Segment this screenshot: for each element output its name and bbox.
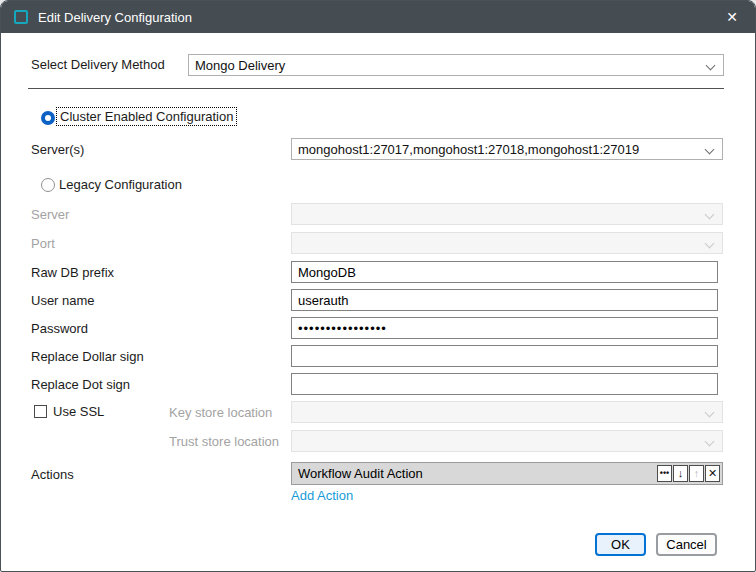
- cluster-enabled-label[interactable]: Cluster Enabled Configuration: [57, 109, 236, 125]
- chevron-down-icon: [705, 210, 715, 220]
- raw-db-prefix-input[interactable]: [291, 261, 718, 283]
- action-move-down-button[interactable]: ↓: [673, 465, 688, 482]
- action-item-name: Workflow Audit Action: [298, 466, 423, 481]
- port-label: Port: [31, 236, 55, 252]
- key-store-location-label: Key store location: [169, 405, 272, 421]
- action-delete-button[interactable]: ✕: [705, 465, 720, 482]
- add-action-link[interactable]: Add Action: [291, 488, 353, 503]
- action-edit-button[interactable]: •••: [657, 465, 672, 482]
- servers-dropdown[interactable]: mongohost1:27017,mongohost1:27018,mongoh…: [291, 138, 723, 160]
- user-name-label: User name: [31, 293, 95, 309]
- chevron-down-icon: [705, 239, 715, 249]
- password-input[interactable]: [291, 317, 718, 339]
- delivery-method-dropdown[interactable]: Mongo Delivery: [188, 54, 724, 76]
- cluster-enabled-radio[interactable]: [41, 111, 55, 125]
- delivery-method-label: Select Delivery Method: [31, 57, 165, 73]
- separator: [28, 88, 724, 89]
- legacy-configuration-label[interactable]: Legacy Configuration: [59, 177, 182, 193]
- actions-label: Actions: [31, 467, 74, 483]
- replace-dollar-sign-label: Replace Dollar sign: [31, 349, 144, 365]
- chevron-down-icon: [705, 408, 715, 418]
- chevron-down-icon: [705, 437, 715, 447]
- cluster-enabled-label-text: Cluster Enabled Configuration: [57, 108, 236, 125]
- chevron-down-icon: [706, 61, 716, 71]
- servers-label: Server(s): [31, 142, 84, 158]
- action-move-up-button[interactable]: ↑: [689, 465, 704, 482]
- delete-icon: ✕: [708, 468, 717, 479]
- cancel-button[interactable]: Cancel: [656, 533, 717, 556]
- close-button[interactable]: ✕: [709, 1, 755, 33]
- arrow-up-icon: ↑: [694, 468, 700, 479]
- trust-store-location-dropdown: [291, 430, 723, 452]
- app-icon: [14, 10, 28, 24]
- replace-dot-sign-input[interactable]: [291, 373, 718, 395]
- user-name-input[interactable]: [291, 289, 718, 311]
- action-list-item[interactable]: Workflow Audit Action ••• ↓ ↑ ✕: [291, 462, 723, 485]
- use-ssl-label[interactable]: Use SSL: [53, 404, 104, 420]
- password-label: Password: [31, 321, 88, 337]
- edit-delivery-configuration-dialog: Edit Delivery Configuration ✕ Select Del…: [0, 0, 756, 572]
- server-label: Server: [31, 207, 69, 223]
- key-store-location-dropdown: [291, 401, 723, 423]
- action-item-buttons: ••• ↓ ↑ ✕: [656, 465, 720, 482]
- chevron-down-icon: [705, 145, 715, 155]
- delivery-method-value: Mongo Delivery: [195, 58, 285, 73]
- ok-button[interactable]: OK: [595, 533, 646, 556]
- replace-dot-sign-label: Replace Dot sign: [31, 377, 130, 393]
- window-title: Edit Delivery Configuration: [38, 10, 192, 25]
- port-dropdown: [291, 232, 723, 254]
- titlebar: Edit Delivery Configuration ✕: [1, 1, 755, 33]
- legacy-configuration-radio[interactable]: [41, 178, 55, 192]
- ellipsis-icon: •••: [660, 469, 669, 478]
- replace-dollar-sign-input[interactable]: [291, 345, 718, 367]
- server-dropdown: [291, 203, 723, 225]
- raw-db-prefix-label: Raw DB prefix: [31, 265, 114, 281]
- close-icon: ✕: [726, 9, 738, 25]
- trust-store-location-label: Trust store location: [169, 434, 279, 450]
- use-ssl-checkbox[interactable]: [34, 405, 47, 418]
- servers-value: mongohost1:27017,mongohost1:27018,mongoh…: [298, 142, 639, 157]
- arrow-down-icon: ↓: [678, 468, 684, 479]
